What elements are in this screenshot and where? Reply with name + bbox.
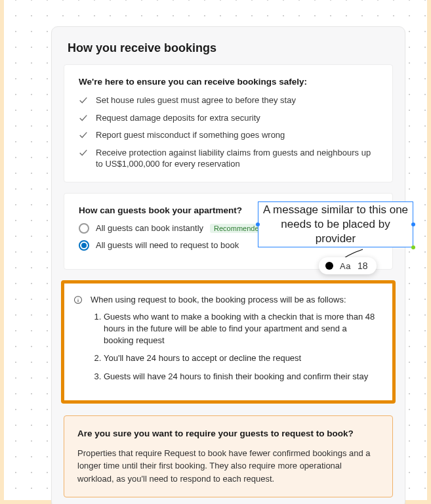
radio-button-unselected[interactable] xyxy=(79,223,89,234)
info-icon xyxy=(73,295,83,304)
radio-label: All guests can book instantly xyxy=(96,223,203,233)
left-peach-stripe xyxy=(0,0,4,504)
page-title: How you receive bookings xyxy=(52,27,405,64)
safety-feature-item: Set house rules guest must agree to befo… xyxy=(79,94,378,106)
safety-panel: We're here to ensure you can receive boo… xyxy=(64,64,393,182)
font-toolbar[interactable]: Aa 18 xyxy=(319,257,377,274)
safety-panel-heading: We're here to ensure you can receive boo… xyxy=(79,77,378,87)
request-info-intro: When using request to book, the booking … xyxy=(91,294,378,306)
right-peach-stripe xyxy=(427,0,431,504)
check-icon xyxy=(79,148,88,158)
check-icon xyxy=(79,131,88,140)
request-info-step: Guests who want to make a booking with a… xyxy=(104,311,378,347)
check-icon xyxy=(79,96,88,105)
check-icon xyxy=(79,114,88,123)
request-info-steps: Guests who want to make a booking with a… xyxy=(91,311,378,383)
selection-handle-resize[interactable] xyxy=(411,245,415,249)
safety-feature-item: Request damage deposits for extra securi… xyxy=(79,112,378,124)
annotation-text: A message similar to this one needs to b… xyxy=(262,203,409,246)
warning-heading: Are you sure you want to require your gu… xyxy=(77,428,379,440)
svg-point-2 xyxy=(77,297,78,298)
safety-feature-text: Report guest misconduct if something goe… xyxy=(96,129,285,141)
safety-feature-item: Receive protection against liability cla… xyxy=(79,147,378,170)
warning-panel: Are you sure you want to require your gu… xyxy=(64,415,393,497)
color-swatch-black[interactable] xyxy=(325,262,333,270)
font-family-label[interactable]: Aa xyxy=(340,261,351,271)
selection-handle[interactable] xyxy=(256,222,260,226)
request-info-highlight-panel: When using request to book, the booking … xyxy=(61,280,396,404)
font-size-value[interactable]: 18 xyxy=(358,261,368,271)
safety-feature-item: Report guest misconduct if something goe… xyxy=(79,129,378,141)
request-info-step: You'll have 24 hours to accept or declin… xyxy=(104,352,378,364)
radio-button-selected[interactable] xyxy=(79,240,89,251)
safety-feature-text: Set house rules guest must agree to befo… xyxy=(96,94,296,106)
safety-feature-list: Set house rules guest must agree to befo… xyxy=(79,94,378,170)
radio-label: All guests will need to request to book xyxy=(96,240,239,250)
safety-feature-text: Request damage deposits for extra securi… xyxy=(96,112,260,124)
annotation-text-box[interactable]: A message similar to this one needs to b… xyxy=(258,201,413,247)
warning-body: Properties that require Request to book … xyxy=(77,447,379,486)
selection-handle[interactable] xyxy=(411,222,415,226)
request-info-step: Guests will have 24 hours to finish thei… xyxy=(104,371,378,383)
safety-feature-text: Receive protection against liability cla… xyxy=(96,147,378,170)
